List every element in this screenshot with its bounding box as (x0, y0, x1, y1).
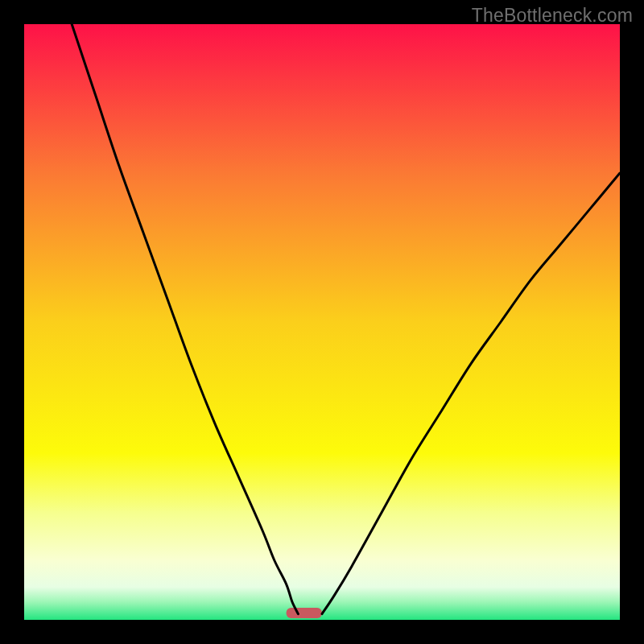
gradient-background (24, 24, 620, 620)
chart-frame: TheBottleneck.com (0, 0, 644, 644)
watermark-text: TheBottleneck.com (472, 5, 633, 27)
plot-area (24, 24, 620, 620)
bottleneck-marker (287, 608, 322, 618)
chart-svg (24, 24, 620, 620)
